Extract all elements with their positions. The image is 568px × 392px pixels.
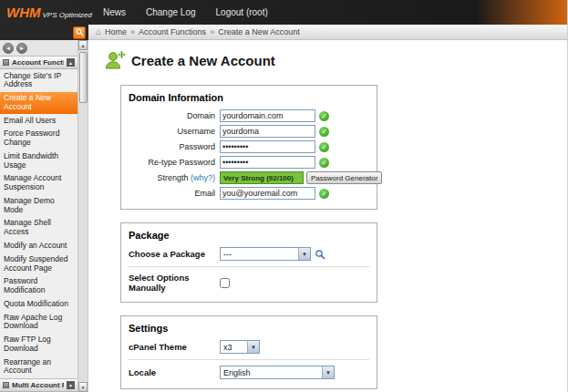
section-icon	[3, 382, 9, 388]
sidebar-item-manage-account-suspension[interactable]: Manage Account Suspension	[0, 172, 77, 195]
whm-window: WHM VPS Optimized News Change Log Logout…	[0, 0, 568, 392]
scroll-up-button[interactable]: ▲	[78, 40, 88, 50]
cpanel-theme-select[interactable]: x3 ▼	[220, 340, 260, 354]
nav-back-button[interactable]: ◄	[3, 43, 14, 54]
select-options-row: Select Options Manually	[129, 273, 369, 293]
settings-title: Settings	[129, 323, 369, 334]
cpanel-theme-value: x3	[221, 341, 247, 353]
create-account-icon	[104, 49, 126, 71]
home-icon: ⌂	[96, 27, 101, 36]
locale-row: Locale English ▼	[129, 366, 369, 379]
nav-change-log[interactable]: Change Log	[146, 7, 196, 17]
locale-select[interactable]: English ▼	[220, 366, 335, 379]
sidebar: ◄ ► Account Functions ▲ Change Site's IP…	[0, 40, 88, 392]
nav-logout[interactable]: Logout (root)	[216, 7, 268, 17]
page-title: Create a New Account	[131, 53, 275, 68]
nav-news[interactable]: News	[103, 7, 126, 17]
package-section: Package Choose a Package --- ▼	[120, 222, 377, 303]
locale-label: Locale	[129, 367, 220, 377]
email-label: Email	[129, 189, 220, 198]
page-title-row: Create a New Account	[104, 49, 567, 71]
valid-check-icon: ✓	[319, 127, 329, 137]
sidebar-item-modify-an-account[interactable]: Modify an Account	[0, 239, 77, 253]
sidebar-item-quota-modification[interactable]: Quota Modification	[0, 297, 77, 311]
cpanel-theme-row: cPanel Theme x3 ▼	[129, 340, 369, 354]
whm-logo[interactable]: WHM VPS Optimized	[6, 5, 88, 20]
breadcrumb-separator: »	[210, 27, 214, 36]
domain-input[interactable]	[220, 109, 315, 122]
strength-why-link[interactable]: (why?)	[191, 173, 215, 182]
divider	[129, 359, 369, 360]
nav-forward-button[interactable]: ►	[16, 43, 27, 54]
sidebar-item-force-password-change[interactable]: Force Password Change	[0, 128, 77, 150]
strength-label-text: Strength	[157, 173, 188, 182]
package-title: Package	[129, 230, 369, 241]
scroll-down-button[interactable]: ▼	[78, 382, 88, 392]
sidebar-item-manage-demo-mode[interactable]: Manage Demo Mode	[0, 194, 77, 217]
password-input[interactable]	[220, 140, 315, 153]
sidebar-item-create-a-new-account[interactable]: Create a New Account	[0, 92, 77, 115]
username-input[interactable]	[220, 125, 315, 138]
sidebar-scrollbar[interactable]: ▲ ▼	[77, 40, 88, 392]
forward-icon: ►	[19, 46, 25, 51]
settings-section: Settings cPanel Theme x3 ▼ Locale Englis…	[120, 315, 377, 389]
username-row: Username ✓	[129, 125, 369, 138]
sidebar-toolbar: ◄ ►	[0, 40, 77, 56]
search-button[interactable]	[73, 26, 86, 39]
breadcrumb: ⌂ Home » Account Functions » Create a Ne…	[88, 25, 567, 40]
breadcrumb-account-functions[interactable]: Account Functions	[139, 27, 206, 36]
strength-meter-badge: Very Strong (92/100)	[220, 171, 304, 184]
section-label: Account Functions	[12, 58, 64, 67]
domain-label: Domain	[129, 111, 220, 120]
retype-password-row: Re-type Password ✓	[129, 156, 369, 169]
valid-check-icon: ✓	[319, 158, 329, 168]
sidebar-section-account-functions[interactable]: Account Functions ▲	[0, 56, 77, 69]
package-select[interactable]: --- ▼	[220, 247, 311, 261]
scrollbar-thumb[interactable]	[79, 52, 88, 103]
username-label: Username	[129, 127, 220, 136]
password-generator-button[interactable]: Password Generator	[306, 171, 382, 184]
sidebar-item-limit-bandwidth-usage[interactable]: Limit Bandwidth Usage	[0, 150, 77, 172]
collapse-up-icon[interactable]: ▲	[67, 58, 75, 67]
select-options-checkbox[interactable]	[220, 278, 230, 288]
sidebar-section-multi-account-functions[interactable]: Multi Account Functions ▼	[0, 378, 77, 392]
strength-label: Strength (why?)	[129, 173, 220, 182]
sidebar-item-email-all-users[interactable]: Email All Users	[0, 114, 77, 128]
choose-package-row: Choose a Package --- ▼	[129, 247, 369, 261]
chevron-down-icon: ▼	[247, 341, 259, 353]
sidebar-item-raw-ftp-log-download[interactable]: Raw FTP Log Download	[0, 334, 77, 356]
divider	[129, 266, 369, 267]
email-input[interactable]	[220, 187, 315, 200]
collapse-down-icon[interactable]: ▼	[67, 381, 75, 389]
choose-package-label: Choose a Package	[129, 249, 220, 259]
locale-value: English	[221, 366, 322, 378]
scroll-down-icon: ▼	[81, 385, 86, 390]
package-select-value: ---	[221, 248, 298, 260]
valid-check-icon: ✓	[319, 111, 329, 121]
sidebar-item-manage-shell-access[interactable]: Manage Shell Access	[0, 217, 77, 240]
valid-check-icon: ✓	[319, 142, 329, 152]
chevron-down-icon: ▼	[298, 248, 310, 260]
domain-information-section: Domain Information Domain ✓ Username ✓ P…	[120, 85, 377, 210]
breadcrumb-current: Create a New Account	[218, 27, 300, 36]
package-search-icon[interactable]	[315, 249, 325, 260]
retype-password-input[interactable]	[220, 156, 315, 169]
sidebar-item-modify-suspended-account-page[interactable]: Modify Suspended Account Page	[0, 253, 77, 275]
select-options-label: Select Options Manually	[129, 273, 220, 293]
sidebar-item-rearrange-an-account[interactable]: Rearrange an Account	[0, 356, 77, 378]
email-row: Email ✓	[129, 187, 369, 200]
sidebar-item-list: Change Site's IP Address Create a New Ac…	[0, 69, 77, 378]
topbar: WHM VPS Optimized News Change Log Logout…	[0, 0, 567, 25]
sidebar-item-password-modification[interactable]: Password Modification	[0, 275, 77, 298]
sidebar-item-change-sites-ip-address[interactable]: Change Site's IP Address	[0, 69, 77, 92]
valid-check-icon: ✓	[319, 189, 329, 199]
password-label: Password	[129, 142, 220, 151]
sidebar-item-raw-apache-log-download[interactable]: Raw Apache Log Download	[0, 311, 77, 334]
cpanel-theme-label: cPanel Theme	[129, 342, 220, 352]
section-icon	[3, 59, 9, 66]
main-content: Create a New Account Domain Information …	[88, 40, 567, 392]
search-icon	[76, 28, 84, 36]
top-nav: News Change Log Logout (root)	[103, 7, 268, 17]
scroll-up-icon: ▲	[81, 43, 86, 48]
breadcrumb-home[interactable]: Home	[105, 27, 127, 36]
